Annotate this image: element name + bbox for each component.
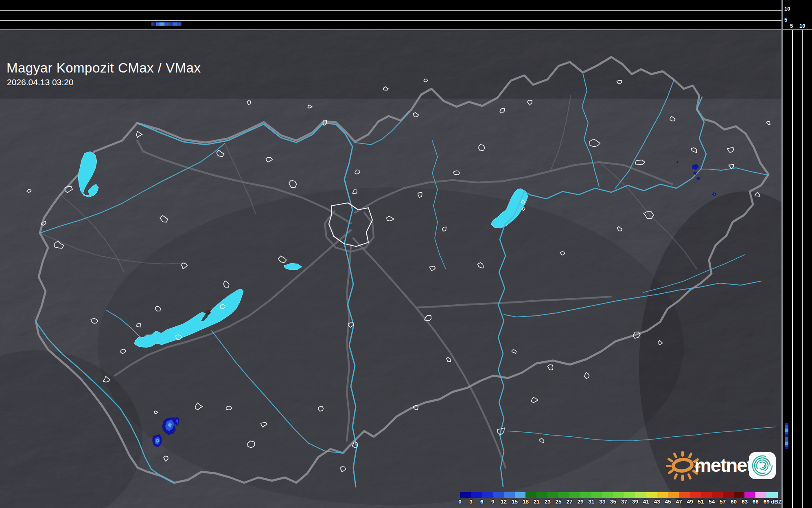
altitude-gridline-10km (0, 10, 782, 11)
profile-echo (785, 442, 788, 445)
top-profile-panel (0, 0, 782, 29)
profile-echo (164, 22, 168, 26)
altitude-gridline-5km (0, 20, 782, 21)
map-canvas (0, 29, 782, 508)
radar-map: Magyar Kompozit CMax / VMax 2026.04.13 0… (0, 29, 782, 508)
profile-echo (156, 22, 160, 26)
altitude-gridline-10km-vertical (802, 29, 803, 508)
profile-echo (785, 429, 788, 432)
profile-echo (785, 447, 788, 449)
profile-echo (785, 439, 788, 442)
panel-separator-horizontal (0, 29, 812, 30)
altitude-label-10: 10 (784, 6, 790, 11)
profile-echo (160, 22, 164, 26)
profile-echo (181, 22, 182, 26)
profile-axis-corner: 10 5 5 10 (782, 0, 812, 29)
profile-echo (785, 425, 788, 429)
radar-echo (157, 440, 158, 441)
logo-text: metnet (694, 454, 752, 476)
timestamp: 2026.04.13 03:20 (7, 77, 74, 87)
distance-label-5: 5 (790, 23, 793, 29)
profile-echo (170, 22, 173, 26)
spiral-icon (749, 452, 776, 479)
app-icon (749, 452, 776, 479)
right-profile-panel (782, 29, 812, 508)
page-title: Magyar Kompozit CMax / VMax (7, 60, 201, 76)
terrain-background (0, 29, 782, 508)
profile-echo (177, 22, 181, 26)
profile-echo (173, 22, 177, 26)
panel-separator-vertical (781, 0, 783, 508)
altitude-label-5: 5 (784, 17, 787, 22)
altitude-gridline-5km-vertical (792, 29, 793, 508)
distance-label-10: 10 (799, 23, 805, 29)
